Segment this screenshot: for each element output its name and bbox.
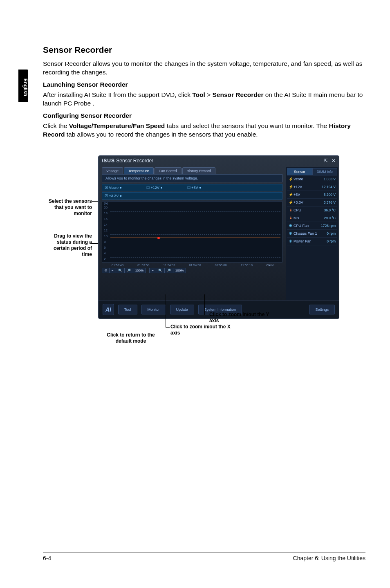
tab-description: Allows you to monitor the changes in the… [102, 174, 282, 182]
y-label: 20 [104, 206, 108, 209]
check-vcore[interactable]: ☑ Vcore ● [105, 186, 122, 190]
sensor-type-icon: ❋ [289, 239, 293, 243]
callout-return-default: Click to return to the default mode [100, 332, 161, 344]
zoom-x-reset-icon[interactable]: ⟲ [102, 268, 110, 273]
page-footer: 6-4 Chapter 6: Using the Utilities [43, 552, 365, 561]
tab-history-record[interactable]: History Record [182, 167, 216, 174]
chart-close-label[interactable]: Close [267, 263, 274, 267]
zoom-y-control[interactable]: − 🔍 🔎 100% [149, 268, 186, 273]
sensor-label: Chassis Fan 1 [293, 231, 327, 236]
sensor-value: 12.194 V [322, 185, 336, 189]
app-title: /SUS Sensor Recorder [102, 158, 153, 164]
zoom-x-minus-icon[interactable]: 🔍 [116, 268, 125, 273]
app-title-text: Sensor Recorder [116, 158, 153, 164]
config-paragraph: Click the Voltage/Temperature/Fan Speed … [43, 122, 366, 139]
side-sensor-row: 🌡CPU36.0 °C [287, 206, 337, 214]
side-sensor-row: ⚡+5V5.200 V [287, 191, 337, 199]
zoom-y-plus-icon[interactable]: 🔎 [165, 268, 173, 273]
check-vcore-label: Vcore ● [109, 186, 122, 190]
sensor-label: Vcore [293, 177, 324, 181]
side-sensor-row: 🌡MB29.0 °C [287, 214, 337, 222]
callout-zoom-x: Click to zoom in/out the X axis [170, 324, 232, 336]
sensor-value: 36.0 °C [324, 208, 336, 212]
x-label: 01:53:40 [112, 263, 123, 267]
callout-select-sensors: Select the sensors that you want to moni… [43, 198, 92, 217]
tab-fan-speed[interactable]: Fan Speed [155, 167, 182, 174]
gridline [110, 257, 280, 258]
bottom-tool-button[interactable]: Tool [118, 305, 137, 314]
side-panel-tabs: Sensor DIMM Info [287, 168, 337, 175]
sensor-value: 1.003 V [324, 177, 336, 181]
sensor-recorder-window: /SUS Sensor Recorder ⇱ ✕ Voltage Tempera… [98, 155, 339, 319]
y-label: (V) [104, 202, 108, 205]
zoom-y-minus-icon[interactable]: 🔍 [156, 268, 165, 273]
callout-line [204, 294, 205, 315]
sensor-type-icon: ❋ [289, 224, 293, 228]
page-content: Sensor Recorder Sensor Recorder allows y… [43, 45, 366, 384]
y-label: 2 [104, 257, 105, 261]
zoom-x-percent: 100% [133, 268, 146, 273]
intro-paragraph: Sensor Recorder allows you to monitor th… [43, 60, 366, 77]
callout-line [166, 294, 166, 327]
check-p33v[interactable]: ☑ +3.3V ● [105, 194, 122, 198]
plot-line [110, 238, 280, 238]
chart-area[interactable]: (V) 20 18 16 14 12 10 8 6 4 2 [102, 201, 282, 263]
tabs-row: Voltage Temperature Fan Speed History Re… [99, 166, 286, 174]
window-close-icon[interactable]: ✕ [332, 158, 336, 164]
window-pin-icon[interactable]: ⇱ [324, 158, 328, 164]
sensor-type-icon: ⚡ [289, 193, 293, 197]
check-p12v[interactable]: ☐ +12V ● [146, 186, 163, 190]
y-label: 16 [104, 217, 108, 221]
sensor-type-icon: ⚡ [289, 177, 293, 181]
launch-gt: > [205, 91, 213, 98]
x-label: 01:53:50 [137, 263, 149, 267]
side-sensor-row: ❋Chassis Fan 10 rpm [287, 230, 337, 238]
config-heading: Configuring Sensor Recorder [43, 112, 366, 119]
ai-logo-icon[interactable]: AI [103, 304, 114, 315]
sensor-value: 3.376 V [324, 200, 336, 204]
sensor-type-icon: ❋ [289, 231, 293, 236]
zoom-controls-row: ⟲ − 🔍 🔎 100% − 🔍 🔎 100% [102, 268, 282, 273]
check-p12v-label: +12V ● [150, 186, 162, 190]
time-axis: 01:53:40 01:53:50 11:54:03 01:54:50 01:5… [102, 263, 282, 267]
window-buttons: ⇱ ✕ [321, 158, 336, 164]
side-tab-sensor[interactable]: Sensor [287, 168, 312, 175]
gridline [110, 246, 280, 246]
sensor-label: MB [293, 216, 324, 220]
bottom-monitor-button[interactable]: Monitor [141, 305, 166, 314]
sensor-type-icon: 🌡 [289, 208, 293, 212]
sensor-type-icon: 🌡 [289, 216, 293, 220]
side-sensor-row: ❋Power Fan0 rpm [287, 238, 337, 245]
x-label: 01:55:00 [215, 263, 227, 267]
language-tab: English [18, 70, 28, 102]
tab-temperature[interactable]: Temperature [124, 167, 154, 174]
sensor-value: 0 rpm [327, 231, 336, 236]
sensor-label: +5V [293, 193, 324, 197]
config-text-1: Click the [43, 122, 69, 129]
gridline [110, 234, 280, 235]
zoom-y-out-icon[interactable]: − [150, 268, 156, 273]
y-label: 18 [104, 211, 108, 215]
launch-bold-tool: Tool [192, 91, 205, 98]
bottom-settings-button[interactable]: Settings [309, 305, 335, 314]
bottom-update-button[interactable]: Update [170, 305, 194, 314]
side-rows: ⚡Vcore1.003 V⚡+12V12.194 V⚡+5V5.200 V⚡+3… [287, 175, 337, 245]
tab-voltage[interactable]: Voltage [102, 167, 123, 174]
config-text-3: tab allows you to record the changes in … [65, 131, 258, 138]
side-tab-dimm[interactable]: DIMM Info [312, 168, 338, 175]
config-text-2: tabs and select the sensors that you wan… [165, 122, 329, 129]
sensor-value: 5.200 V [324, 193, 336, 197]
callout-line [129, 319, 129, 331]
check-p5v[interactable]: ☐ +5V ● [187, 186, 202, 190]
zoom-x-plus-icon[interactable]: 🔎 [125, 268, 133, 273]
sensor-label: +3.3V [293, 200, 324, 204]
sensor-label: +12V [293, 185, 322, 189]
side-sensor-row: ⚡Vcore1.003 V [287, 175, 337, 183]
check-p33v-label: +3.3V ● [109, 194, 122, 198]
side-sensor-row: ⚡+3.3V3.376 V [287, 199, 337, 206]
zoom-x-control[interactable]: ⟲ − 🔍 🔎 100% [102, 268, 146, 273]
y-label: 8 [104, 240, 105, 244]
app-titlebar[interactable]: /SUS Sensor Recorder ⇱ ✕ [99, 156, 339, 166]
side-sensor-row: ❋CPU Fan1726 rpm [287, 222, 337, 230]
zoom-x-out-icon[interactable]: − [110, 268, 116, 273]
